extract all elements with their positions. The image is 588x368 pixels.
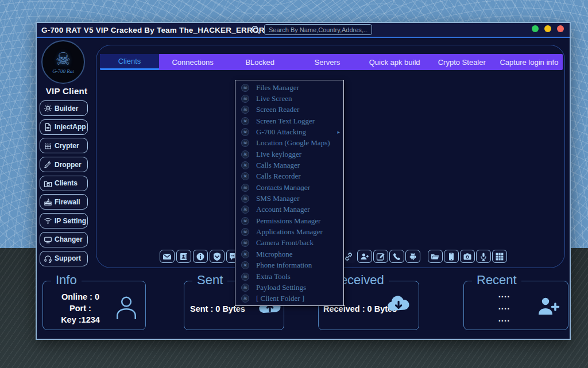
toolbar-left <box>160 250 241 263</box>
firewall-icon <box>44 197 52 206</box>
app-logo: ☠ G-700 Rat <box>41 40 85 84</box>
menu-item-g700-attacking[interactable]: ☠G-700 Attacking▸ <box>235 126 343 137</box>
title-bar[interactable]: G-700 RAT V5 VIP Cracked By Team The_HAC… <box>37 23 570 38</box>
logo-text: G-700 Rat <box>52 68 74 74</box>
skull-icon: ☠ <box>241 284 249 292</box>
key-value: Key :1234 <box>49 314 112 326</box>
menu-item-account-manager[interactable]: ☠Account Manager <box>235 204 343 215</box>
vip-client-label: VIP Client <box>37 86 96 96</box>
online-count: Online : 0 <box>49 291 112 303</box>
info-panel-legend: Info <box>51 273 82 288</box>
menu-item-applications-manager[interactable]: ☠Applications Manager <box>235 226 343 237</box>
apk-file-icon <box>44 123 52 131</box>
menu-item-location[interactable]: ☠Location (Google Maps) <box>235 138 343 149</box>
gift-box-icon <box>44 141 52 150</box>
injectapp-button[interactable]: InjectApp <box>40 119 88 135</box>
skull-icon: ☠ <box>241 84 249 92</box>
menu-item-contacts-manager[interactable]: ☠Contacts Manager <box>235 182 343 193</box>
recent-panel: Recent .... .... .... <box>463 281 568 330</box>
clients-button[interactable]: Clients <box>40 176 88 191</box>
person-add-icon <box>537 296 560 318</box>
builder-button[interactable]: Builder <box>40 100 88 116</box>
mic-button[interactable] <box>476 250 491 263</box>
person-add-button[interactable] <box>357 250 372 263</box>
tab-capture-login-info[interactable]: Capture login info <box>496 54 563 70</box>
tab-crypto-stealer[interactable]: Crypto Stealer <box>428 54 496 70</box>
menu-item-calls-recorder[interactable]: ☠Calls Recorder <box>235 171 343 182</box>
window-button-red[interactable] <box>557 25 564 32</box>
firewall-button[interactable]: Firewall <box>40 194 88 210</box>
eyedropper-icon <box>44 160 52 169</box>
info-button[interactable] <box>193 250 208 263</box>
window-button-yellow[interactable] <box>544 25 551 32</box>
menu-item-permissions-manager[interactable]: ☠Permissions Manager <box>235 215 343 226</box>
search-icon <box>250 25 261 35</box>
edit-icon <box>376 252 385 261</box>
grid-button[interactable] <box>492 250 507 263</box>
cloud-download-icon <box>385 294 413 316</box>
sent-panel-legend: Sent <box>192 273 227 288</box>
dropper-button[interactable]: Dropper <box>40 157 88 172</box>
tab-blocked[interactable]: BLocked <box>226 54 293 70</box>
submenu-arrow-icon: ▸ <box>337 129 340 135</box>
info-panel: Info Online : 0 Port : Key :1234 <box>42 281 146 330</box>
toolbar-gap <box>421 250 427 263</box>
menu-item-phone-information[interactable]: ☠Phone information <box>235 260 343 271</box>
support-button[interactable]: Support <box>40 251 88 266</box>
menu-item-screen-text-logger[interactable]: ☠Screen Text Logger <box>235 115 343 126</box>
crypter-button[interactable]: Crypter <box>40 138 88 153</box>
tab-servers[interactable]: Servers <box>293 54 361 70</box>
recent-entry: .... <box>481 312 527 324</box>
camera-button[interactable] <box>460 250 475 263</box>
info-icon <box>196 252 205 261</box>
skull-icon: ☠ <box>241 217 249 225</box>
menu-item-screen-reader[interactable]: ☠Screen Reader <box>235 104 343 115</box>
skull-icon: ☠ <box>241 128 249 136</box>
search-input[interactable] <box>264 24 372 35</box>
skull-logo-icon: ☠ <box>56 51 71 68</box>
skull-icon: ☠ <box>241 195 249 203</box>
skull-icon: ☠ <box>241 95 249 103</box>
skull-icon: ☠ <box>241 239 249 247</box>
skull-icon: ☠ <box>241 261 249 269</box>
folder-open-button[interactable] <box>428 250 443 263</box>
headset-icon <box>44 254 52 263</box>
tab-quick-apk-build[interactable]: Quick apk build <box>361 54 428 70</box>
skull-icon: ☠ <box>241 295 249 303</box>
skull-icon: ☠ <box>241 172 249 180</box>
phone-button[interactable] <box>389 250 404 263</box>
wifi-icon <box>44 216 52 225</box>
changer-button[interactable]: Changer <box>40 232 88 247</box>
smartphone-icon <box>447 252 456 261</box>
smartphone-button[interactable] <box>444 250 459 263</box>
tab-connections[interactable]: Connections <box>159 54 226 70</box>
menu-item-microphone[interactable]: ☠Microphone <box>235 249 343 259</box>
menu-item-live-screen[interactable]: ☠Live Screen <box>235 93 343 104</box>
menu-item-calls-manager[interactable]: ☠Calls Manager <box>235 160 343 171</box>
menu-item-payload-settings[interactable]: ☠Payload Settings <box>235 282 343 293</box>
android-icon <box>408 252 417 261</box>
envelope-icon <box>163 252 172 261</box>
contact-card-button[interactable] <box>176 250 191 263</box>
menu-item-extra-tools[interactable]: ☠Extra Tools <box>235 271 343 282</box>
mic-icon <box>479 252 488 261</box>
menu-item-live-keylogger[interactable]: ☠Live keylogger <box>235 149 343 160</box>
shield-download-button[interactable] <box>210 250 225 263</box>
sidebar: Builder InjectApp Crypter Dropper Client… <box>40 100 88 266</box>
tab-bar: Clients Connections BLocked Servers Quic… <box>100 54 563 70</box>
contact-card-icon <box>179 252 188 261</box>
edit-button[interactable] <box>373 250 388 263</box>
menu-item-camera-front-back[interactable]: ☠Camera Front/back <box>235 238 343 249</box>
skull-icon: ☠ <box>241 106 249 114</box>
menu-item-client-folder[interactable]: ☠[ Client Folder ] <box>235 293 343 304</box>
envelope-button[interactable] <box>160 250 175 263</box>
tab-clients[interactable]: Clients <box>100 54 159 70</box>
android-button[interactable] <box>405 250 420 263</box>
virus-icon <box>44 104 52 113</box>
ip-setting-button[interactable]: IP Setting <box>40 213 88 228</box>
menu-item-sms-manager[interactable]: ☠SMS Manager <box>235 193 343 204</box>
toolbar-right <box>341 250 507 263</box>
window-button-green[interactable] <box>532 25 539 32</box>
client-context-menu: ☠Files Manager ☠Live Screen ☠Screen Read… <box>235 80 344 306</box>
menu-item-files-manager[interactable]: ☠Files Manager <box>235 82 343 93</box>
